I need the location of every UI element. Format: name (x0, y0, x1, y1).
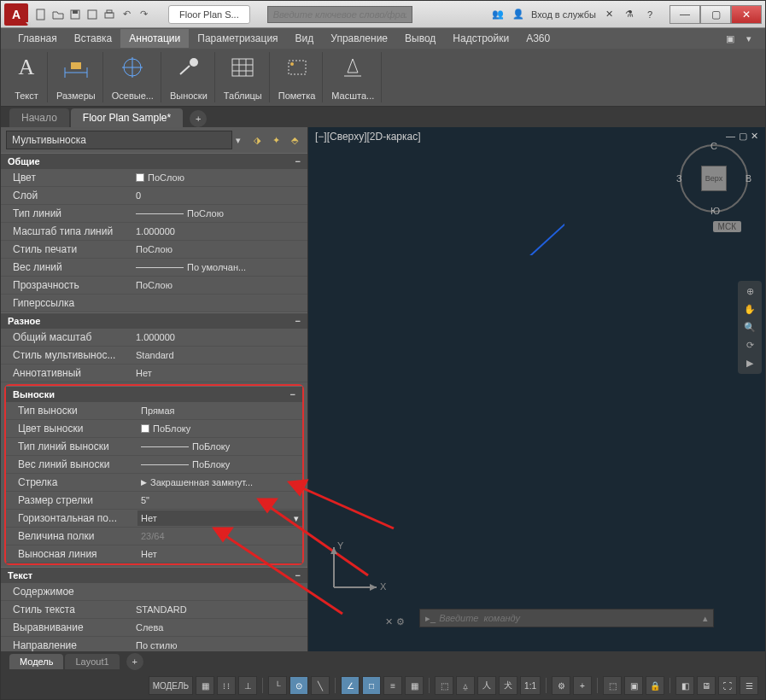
ribbon-markup[interactable]: Пометка (272, 52, 324, 102)
status-ortho-icon[interactable]: └ (268, 676, 287, 695)
prop-value[interactable]: ПоСлою (132, 242, 307, 257)
status-annomonitor-icon[interactable]: + (573, 676, 592, 695)
help-icon[interactable]: ? (642, 7, 658, 22)
menu-home[interactable]: Главная (9, 29, 66, 48)
ribbon-dimensions[interactable]: Размеры (50, 52, 103, 102)
tab-layout1[interactable]: Layout1 (65, 654, 119, 669)
menu-addins[interactable]: Надстройки (444, 29, 517, 48)
redo-icon[interactable]: ↷ (136, 7, 151, 22)
status-lock-icon[interactable]: 🔒 (646, 676, 664, 695)
prop-value[interactable]: 5" (137, 493, 302, 508)
prop-value[interactable]: 1.000000 (132, 330, 307, 345)
ribbon-text[interactable]: AТекст (6, 52, 48, 102)
prop-value[interactable]: Слева (132, 620, 307, 635)
showmotion-icon[interactable]: ▶ (746, 358, 753, 369)
app-logo[interactable]: A (4, 3, 28, 26)
menu-a360[interactable]: A360 (517, 29, 558, 48)
prop-value[interactable]: Нет▾ (137, 510, 302, 526)
status-scale[interactable]: 1:1 (520, 676, 541, 695)
section-misc[interactable]: Разное− (1, 312, 307, 329)
prop-value[interactable]: Нет (137, 546, 302, 562)
status-annovisibility-icon[interactable]: 人 (477, 676, 496, 695)
cmd-history-icon[interactable]: ▴ (703, 613, 708, 624)
pickadd-icon[interactable]: ✦ (268, 132, 284, 148)
prop-value[interactable]: ПоСлою (132, 206, 307, 221)
cmd-customize-icon[interactable]: ⚙ (396, 616, 405, 627)
signin-link[interactable]: Вход в службы (531, 9, 596, 20)
ribbon-leaders[interactable]: Выноски (163, 52, 215, 102)
prop-value[interactable]: STANDARD (132, 602, 307, 617)
prop-value[interactable]: 0 (132, 188, 307, 203)
status-lineweight-icon[interactable]: ≡ (383, 676, 402, 695)
new-icon[interactable] (33, 7, 49, 22)
status-grid-icon[interactable]: ▦ (196, 676, 214, 695)
tab-floorplan[interactable]: Floor Plan Sample* (71, 108, 183, 127)
prop-value[interactable] (132, 295, 307, 311)
vp-minimize-icon[interactable]: — (726, 131, 735, 142)
status-otrack-icon[interactable]: □ (362, 676, 381, 695)
minimize-ribbon-icon[interactable]: ▾ (741, 31, 757, 46)
status-isolate-icon[interactable]: ◧ (675, 676, 694, 695)
open-icon[interactable] (50, 7, 66, 22)
panel-options-icon[interactable]: ▣ (722, 31, 738, 46)
command-input[interactable] (439, 613, 703, 623)
menu-annotate[interactable]: Аннотации (120, 29, 189, 48)
wcs-label[interactable]: МСК (713, 221, 741, 232)
exchange-icon[interactable]: ✕ (601, 7, 617, 22)
save-icon[interactable] (67, 7, 83, 22)
section-general[interactable]: Общие− (1, 153, 307, 169)
pan-icon[interactable]: ✋ (744, 304, 756, 315)
keyword-search-input[interactable] (267, 6, 412, 23)
status-quickprops-icon[interactable]: ▣ (624, 676, 643, 695)
viewcube-top[interactable]: Верх (701, 166, 727, 191)
viewcube-east[interactable]: В (746, 173, 751, 184)
menu-insert[interactable]: Вставка (66, 29, 121, 48)
saveas-icon[interactable] (85, 7, 100, 22)
prop-value[interactable]: 23/64 (137, 528, 302, 544)
vp-maximize-icon[interactable]: ▢ (739, 131, 747, 142)
object-type-selector[interactable]: Мультивыноска (6, 131, 232, 149)
print-icon[interactable] (102, 7, 117, 22)
cloud-icon[interactable]: ⚗ (622, 7, 637, 22)
prop-value[interactable] (132, 584, 307, 599)
ribbon-centerlines[interactable]: Осевые... (105, 52, 161, 102)
status-osnap-icon[interactable]: ∠ (341, 676, 360, 695)
add-layout-button[interactable]: + (126, 653, 143, 670)
viewcube-north[interactable]: С (710, 141, 717, 151)
prop-value[interactable]: 1.000000 (132, 224, 307, 239)
section-text[interactable]: Текст− (1, 567, 307, 583)
maximize-button[interactable]: ▢ (700, 5, 731, 24)
user-icon[interactable]: 👤 (511, 7, 526, 22)
vp-close-icon[interactable]: ✕ (751, 131, 758, 142)
viewcube[interactable]: Верх С Ю В З (680, 144, 748, 213)
tab-model[interactable]: Модель (9, 654, 63, 669)
prop-value[interactable]: ПоБлоку (137, 421, 302, 436)
status-cycling-icon[interactable]: ⬚ (435, 676, 453, 695)
status-infer-icon[interactable]: ⊥ (238, 676, 257, 695)
section-leaders[interactable]: Выноски− (6, 386, 302, 402)
status-polar-icon[interactable]: ⊙ (289, 676, 308, 695)
prop-value[interactable]: Нет (132, 365, 307, 381)
menu-parametric[interactable]: Параметризация (189, 29, 286, 48)
quickselect-icon[interactable]: ⬗ (249, 132, 265, 148)
prop-value[interactable]: ПоБлоку (137, 439, 302, 454)
infocenter-icon[interactable]: 👥 (490, 7, 506, 22)
status-cleanscreen-icon[interactable]: ⛶ (718, 676, 737, 695)
status-iso-icon[interactable]: ╲ (311, 676, 330, 695)
status-units-icon[interactable]: ⬚ (603, 676, 622, 695)
prop-value[interactable]: ▶Закрашенная замкнут... (137, 475, 302, 490)
drawing-viewport[interactable]: [−][Сверху][2D-каркас] — ▢ ✕ Верх С Ю В … (308, 127, 765, 651)
viewcube-west[interactable]: З (676, 173, 682, 184)
cmd-close-icon[interactable]: ✕ (385, 616, 393, 627)
ribbon-scale[interactable]: Масшта... (325, 52, 382, 102)
prop-value[interactable]: По стилю (132, 638, 307, 651)
undo-icon[interactable]: ↶ (119, 7, 134, 22)
status-workspace-icon[interactable]: ⚙ (552, 676, 570, 695)
dropdown-icon[interactable]: ▾ (294, 513, 299, 524)
dropdown-icon[interactable]: ▾ (236, 135, 246, 146)
prop-value[interactable]: По умолчан... (132, 260, 307, 275)
status-snap-icon[interactable]: ⫶⫶ (217, 676, 236, 695)
status-model[interactable]: МОДЕЛЬ (149, 676, 193, 695)
ribbon-tables[interactable]: Таблицы (217, 52, 270, 102)
prop-value[interactable]: Standard (132, 347, 307, 363)
